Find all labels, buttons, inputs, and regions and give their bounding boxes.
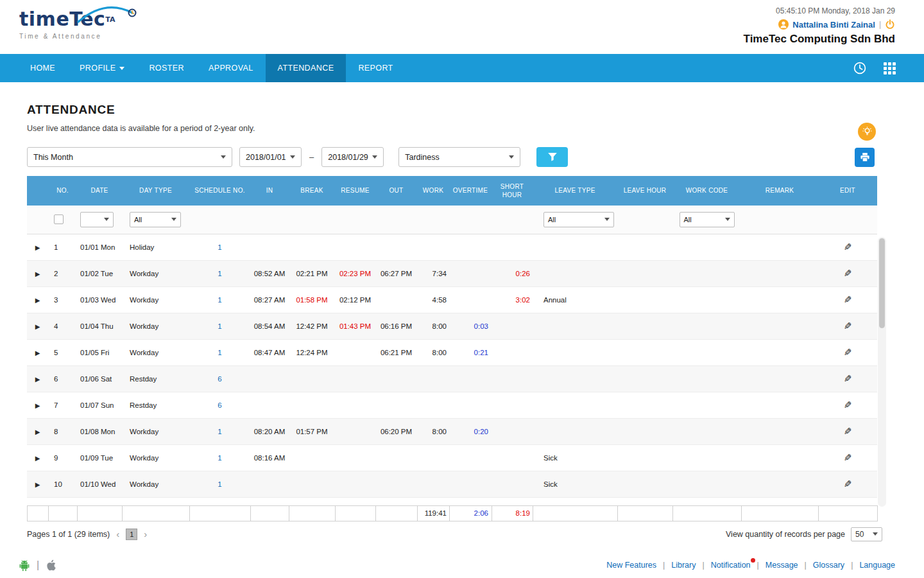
cell-work_code — [672, 286, 741, 313]
next-page-icon[interactable]: › — [144, 529, 147, 539]
cell-out: 06:20 PM — [375, 418, 417, 444]
expand-row-icon[interactable]: ▶ — [35, 349, 40, 356]
cell-leave_hour — [617, 392, 672, 418]
work-code-filter-select[interactable]: All — [680, 212, 735, 227]
expand-row-icon[interactable]: ▶ — [35, 244, 40, 251]
user-avatar-icon — [778, 19, 789, 30]
header-in: IN — [250, 176, 289, 206]
cell-edit: ✎ — [818, 365, 877, 392]
footer-link-library[interactable]: Library — [671, 561, 696, 570]
pagination-summary: Pages 1 of 1 (29 items) — [27, 530, 110, 539]
out-value: 06:16 PM — [381, 322, 412, 330]
edit-row-icon[interactable]: ✎ — [844, 347, 852, 358]
expand-row-icon[interactable]: ▶ — [35, 376, 40, 383]
brand-logo[interactable]: timeTecTA Time & Attendance — [19, 8, 116, 40]
prev-page-icon[interactable]: ‹ — [116, 529, 119, 539]
cell-schedule_no: 6 — [189, 365, 250, 392]
nav-home[interactable]: HOME — [18, 54, 67, 82]
cell-date: 01/05 Fri — [77, 339, 122, 365]
nav-approval[interactable]: APPROVAL — [196, 54, 266, 82]
edit-row-icon[interactable]: ✎ — [844, 373, 852, 385]
cell-out: 06:27 PM — [375, 260, 417, 286]
footer-separator: | — [805, 561, 807, 570]
cell-work_code — [672, 234, 741, 260]
edit-row-icon[interactable]: ✎ — [844, 399, 852, 411]
footer-link-language[interactable]: Language — [859, 561, 895, 570]
schedule_no-value[interactable]: 1 — [218, 480, 221, 488]
expand-row-icon[interactable]: ▶ — [35, 428, 40, 435]
filter-cell-resume — [335, 206, 375, 234]
cell-break: 12:42 PM — [289, 313, 335, 339]
nav-report[interactable]: REPORT — [346, 54, 405, 82]
schedule_no-value[interactable]: 1 — [218, 296, 221, 304]
cell-work: 8:00 — [417, 418, 449, 444]
edit-row-icon[interactable]: ✎ — [844, 268, 852, 279]
total-cell-remark — [742, 505, 819, 521]
scrollbar-thumb[interactable] — [879, 238, 885, 328]
records-per-page-select[interactable]: 50 — [851, 527, 882, 541]
expand-row-icon[interactable]: ▶ — [35, 455, 40, 462]
expand-row-icon[interactable]: ▶ — [35, 323, 40, 330]
leave-type-filter-select[interactable]: All — [543, 212, 614, 227]
date-to-input[interactable]: 2018/01/29 — [321, 147, 384, 167]
date-from-input[interactable]: 2018/01/01 — [239, 147, 302, 167]
date-to-value: 2018/01/29 — [328, 153, 368, 162]
filter-cell-work — [417, 206, 449, 234]
nav-roster[interactable]: ROSTER — [137, 54, 196, 82]
footer-link-glossary[interactable]: Glossary — [813, 561, 844, 570]
footer-link-message[interactable]: Message — [766, 561, 798, 570]
cell-expand: ▶ — [27, 234, 48, 260]
nav-attendance[interactable]: ATTENDANCE — [266, 54, 346, 82]
header-separator: | — [879, 20, 881, 29]
in-value: 08:47 AM — [254, 349, 286, 356]
apps-grid-icon[interactable] — [884, 62, 896, 74]
cell-leave_type — [533, 260, 617, 286]
print-button[interactable] — [855, 148, 875, 167]
user-name-link[interactable]: Nattalina Binti Zainal — [792, 20, 875, 30]
schedule_no-value[interactable]: 6 — [218, 401, 221, 409]
schedule_no-value[interactable]: 1 — [218, 270, 221, 277]
logout-power-icon[interactable] — [885, 19, 895, 30]
cell-break — [289, 444, 335, 471]
day_type-value: Workday — [130, 480, 158, 488]
schedule_no-value[interactable]: 1 — [218, 243, 221, 251]
schedule_no-value[interactable]: 1 — [218, 322, 221, 330]
schedule_no-value[interactable]: 1 — [218, 454, 221, 462]
filter-cell-date — [77, 206, 122, 234]
cell-leave_hour — [617, 234, 672, 260]
cell-leave_type: Sick — [533, 471, 617, 497]
date-filter-select[interactable] — [80, 212, 114, 227]
edit-row-icon[interactable]: ✎ — [844, 294, 852, 306]
edit-row-icon[interactable]: ✎ — [844, 426, 852, 437]
period-select[interactable]: This Month — [27, 147, 232, 167]
edit-row-icon[interactable]: ✎ — [844, 320, 852, 332]
nav-profile[interactable]: PROFILE — [67, 54, 137, 82]
type-select[interactable]: Tardiness — [398, 147, 520, 167]
apply-filter-button[interactable] — [536, 147, 568, 167]
cell-resume — [335, 444, 375, 471]
edit-row-icon[interactable]: ✎ — [844, 241, 852, 253]
expand-row-icon[interactable]: ▶ — [35, 270, 40, 277]
edit-row-icon[interactable]: ✎ — [844, 478, 852, 490]
schedule_no-value[interactable]: 1 — [218, 428, 221, 435]
android-icon[interactable] — [19, 559, 30, 572]
cell-no: 10 — [48, 471, 77, 497]
expand-row-icon[interactable]: ▶ — [35, 402, 40, 409]
tips-button[interactable] — [858, 123, 876, 141]
footer-link-notification[interactable]: Notification — [711, 561, 751, 570]
select-all-checkbox[interactable] — [54, 215, 64, 224]
expand-row-icon[interactable]: ▶ — [35, 481, 40, 488]
apple-icon[interactable] — [46, 559, 56, 571]
schedule_no-value[interactable]: 1 — [218, 349, 221, 356]
clock-icon[interactable] — [853, 61, 867, 75]
table-scrollbar[interactable] — [878, 237, 886, 507]
current-page-box[interactable]: 1 — [126, 529, 137, 540]
top-header: timeTecTA Time & Attendance 05:45:10 PM … — [0, 0, 924, 54]
footer-link-new-features[interactable]: New Features — [606, 561, 656, 570]
edit-row-icon[interactable]: ✎ — [844, 452, 852, 464]
work-value: 4:58 — [432, 296, 447, 304]
day-type-filter-select[interactable]: All — [130, 212, 181, 227]
cell-day_type: Restday — [122, 365, 189, 392]
expand-row-icon[interactable]: ▶ — [35, 297, 40, 304]
schedule_no-value[interactable]: 6 — [218, 375, 221, 383]
